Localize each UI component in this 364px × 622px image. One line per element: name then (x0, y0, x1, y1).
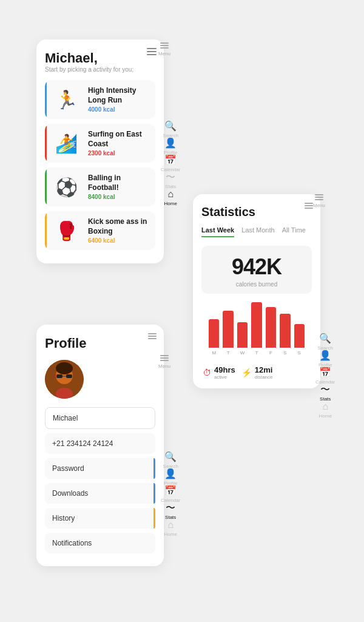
activity-illustration-surf: 🏄 (50, 127, 83, 159)
activity-nav-home[interactable]: ⌂ Home (161, 189, 180, 206)
activity-illustration-run: 🏃 (50, 84, 83, 115)
activity-title-boxing: Kick some ass in Boxing (88, 217, 150, 236)
profile-icon: 👤 (319, 351, 331, 360)
activity-cards-list: 🏃 High Intensity Long Run 4000 kcal 🏄 Su… (45, 80, 155, 250)
profile-field-password[interactable]: Password (45, 458, 155, 479)
menu-top-profile[interactable]: Menu (158, 355, 170, 369)
bar-fill (237, 322, 248, 348)
stats-icon: 〜 (166, 172, 175, 182)
profile-title: Profile (45, 336, 155, 351)
stats-menu-button[interactable] (305, 203, 313, 209)
profile-nav-stats[interactable]: 〜 Stats (161, 503, 180, 520)
tab-last-month[interactable]: Last Month (241, 226, 274, 237)
activity-title-football: Balling in Football! (88, 174, 150, 192)
profile-field-phone[interactable]: +21 234124 24124 (45, 433, 155, 454)
menu-button[interactable]: Home (147, 48, 157, 55)
home-icon: ⌂ (167, 520, 174, 530)
home-nav-label: Home (164, 201, 177, 206)
activity-card-boxing[interactable]: 🥊 Kick some ass in Boxing 6400 kcal (45, 211, 155, 250)
tab-all-time[interactable]: All Time (282, 226, 306, 237)
stats-tabs: Last Week Last Month All Time (201, 226, 312, 237)
stat-distance: ⚡ 12mi distance (241, 365, 273, 380)
bar-day-label: S (283, 350, 286, 356)
bar-S-6: S (294, 324, 305, 356)
profile-panel: Profile Michael+21 234124 24124PasswordD… (36, 325, 164, 566)
svg-rect-3 (56, 374, 62, 378)
activity-nav-calendar[interactable]: 📅 Calendar (161, 155, 180, 172)
profile-nav-profile[interactable]: 👤 Profile (161, 469, 180, 486)
bar-fill (209, 319, 219, 348)
activity-nav-profile[interactable]: 👤 Profile (161, 138, 180, 155)
greeting-name: Michael, (45, 50, 155, 66)
stats-nav-calendar[interactable]: 📅 Calendar (315, 368, 335, 385)
activity-kcal-run: 4000 kcal (88, 106, 150, 113)
bar-day-label: S (298, 350, 301, 356)
bar-fill (266, 307, 276, 348)
search-icon: 🔍 (319, 334, 331, 343)
active-label: active (214, 374, 235, 380)
stats-bottom: ⏱ 49hrs active ⚡ 12mi distance (201, 365, 312, 380)
activity-nav-search[interactable]: 🔍 Search (161, 121, 180, 138)
activity-card-football[interactable]: ⚽ Balling in Football! 8400 kcal (45, 167, 155, 206)
bar-fill (280, 314, 290, 348)
calendar-icon: 📅 (164, 486, 177, 496)
activity-sidebar-nav: Menu 🔍 Search 👤 Profile 📅 Calendar 〜 Sta… (161, 121, 180, 206)
profile-fields-container: Michael+21 234124 24124PasswordDownloads… (45, 407, 155, 553)
profile-sidebar-nav: Menu 🔍 Search 👤 Profile 📅 Calendar 〜 Sta… (161, 452, 180, 537)
stat-active: ⏱ 49hrs active (203, 365, 235, 380)
stats-nav-home[interactable]: ⌂ Home (315, 402, 335, 419)
bar-fill (223, 311, 233, 348)
profile-field-notifications[interactable]: Notifications (45, 533, 155, 553)
profile-nav-search[interactable]: 🔍 Search (161, 452, 180, 469)
activity-nav-stats[interactable]: 〜 Stats (161, 172, 180, 189)
bar-day-label: T (255, 350, 258, 356)
activity-kcal-football: 8400 kcal (88, 194, 150, 200)
calories-label: calories burned (209, 281, 305, 288)
stats-nav-container: 🔍 Search 👤 Profile 📅 Calendar 〜 Stats ⌂ … (315, 334, 335, 419)
activity-title-surf: Surfing on East Coast (88, 130, 150, 149)
bar-T-3: T (251, 302, 261, 356)
activity-card-surf[interactable]: 🏄 Surfing on East Coast 2300 kcal (45, 124, 155, 163)
bar-day-label: M (212, 350, 216, 356)
bar-chart: M T W T F S S (201, 300, 312, 359)
menu-top-stats[interactable]: Menu (313, 194, 325, 208)
home-icon: ⌂ (167, 189, 174, 199)
active-value: 49hrs (214, 365, 235, 374)
profile-field-name[interactable]: Michael (45, 407, 155, 429)
activity-illustration-football: ⚽ (50, 171, 83, 203)
distance-value: 12mi (255, 365, 273, 374)
profile-nav-home[interactable]: ⌂ Home (161, 520, 180, 537)
home-nav-label: Home (164, 532, 177, 537)
menu-top-label: Menu (313, 203, 325, 208)
activity-kcal-surf: 2300 kcal (88, 150, 150, 157)
profile-menu-button[interactable] (148, 333, 157, 339)
home-icon: ⌂ (322, 402, 328, 411)
bar-day-label: T (227, 350, 230, 356)
profile-icon: 👤 (164, 469, 177, 479)
distance-label: distance (255, 374, 273, 380)
bar-F-4: F (266, 307, 276, 356)
tab-last-week[interactable]: Last Week (201, 226, 234, 237)
activity-card-run[interactable]: 🏃 High Intensity Long Run 4000 kcal (45, 80, 155, 119)
activity-kcal-boxing: 6400 kcal (88, 237, 150, 244)
bar-day-label: F (269, 350, 272, 356)
distance-icon: ⚡ (241, 368, 252, 377)
stats-nav-search[interactable]: 🔍 Search (315, 334, 335, 351)
stats-nav-stats[interactable]: 〜 Stats (315, 385, 335, 402)
bar-fill (251, 302, 261, 348)
profile-field-downloads[interactable]: Downloads (45, 483, 155, 504)
activity-nav-container: 🔍 Search 👤 Profile 📅 Calendar 〜 Stats ⌂ … (161, 121, 180, 206)
profile-field-history[interactable]: History (45, 508, 155, 529)
calendar-icon: 📅 (319, 368, 331, 377)
search-icon: 🔍 (164, 452, 177, 462)
calendar-icon: 📅 (164, 155, 177, 165)
stats-nav-profile[interactable]: 👤 Profile (315, 351, 335, 368)
profile-nav-calendar[interactable]: 📅 Calendar (161, 486, 180, 503)
stats-icon: 〜 (166, 503, 175, 513)
search-icon: 🔍 (164, 121, 177, 131)
menu-top-activity[interactable]: Menu (158, 42, 170, 56)
svg-point-2 (56, 362, 73, 374)
calories-value: 942K (209, 254, 305, 280)
stats-sidebar-nav: Menu 🔍 Search 👤 Profile 📅 Calendar 〜 Sta… (315, 334, 335, 419)
stats-panel: Statistics Last Week Last Month All Time… (193, 194, 320, 388)
